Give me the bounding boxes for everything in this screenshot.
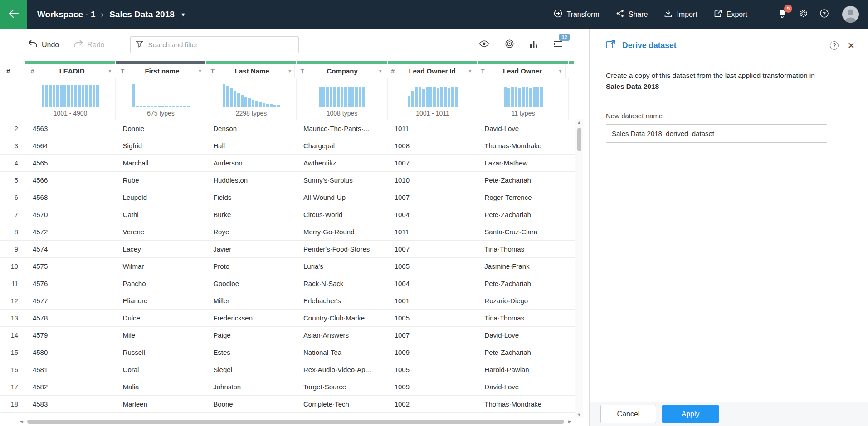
cell-leadid[interactable]: 4566 [25,172,116,189]
cell-first[interactable]: Mile [116,327,206,344]
column-header-ownerId[interactable]: #Lead Owner Id▾ [385,64,475,78]
column-header-leadid[interactable]: #LEADID▾ [25,64,115,78]
cell-last[interactable]: Miller [206,292,296,309]
cell-leadid[interactable]: 4576 [25,275,116,292]
cell-last[interactable]: Paige [206,327,296,344]
scroll-right-icon[interactable]: ▶ [568,418,571,425]
cell-leadid[interactable]: 4577 [25,292,116,309]
cell-first[interactable]: Lacey [116,241,206,257]
cell-company[interactable]: Circus·World [296,206,387,223]
export-button[interactable]: Export [714,9,747,19]
vertical-scrollbar[interactable]: ▲ ▼ [575,119,583,418]
cell-leadid[interactable]: 4581 [25,361,116,378]
column-menu-caret-icon[interactable]: ▾ [469,68,471,73]
settings-button[interactable] [799,9,808,20]
cell-company[interactable]: Asian·Answers [296,327,387,344]
column-histogram-company[interactable]: 1008 types [297,78,388,120]
cell-ownerId[interactable]: 1011 [387,223,478,240]
cell-owner[interactable]: Thomas·Mondrake [477,396,568,412]
column-menu-caret-icon[interactable]: ▾ [109,68,111,73]
column-menu-caret-icon[interactable]: ▾ [379,68,381,73]
cell-first[interactable]: Leupold [116,189,206,206]
cell-last[interactable]: Estes [206,344,296,361]
cell-leadid[interactable]: 4579 [25,327,116,344]
cell-last[interactable]: Hall [206,137,296,154]
cell-leadid[interactable]: 4575 [25,258,116,275]
cell-last[interactable]: Burke [206,206,296,223]
cell-owner[interactable]: Lazar·Mathew [477,155,568,171]
cell-company[interactable]: Rack·N·Sack [296,275,387,292]
cell-leadid[interactable]: 4578 [25,310,116,326]
cell-first[interactable]: Malia [116,378,206,395]
horizontal-scrollbar[interactable]: ◀ ▶ [20,418,571,426]
cell-ownerId[interactable]: 1007 [387,327,478,344]
cell-leadid[interactable]: 4574 [25,241,116,257]
cell-owner[interactable]: Pete·Zachariah [477,206,568,223]
cell-owner[interactable]: Santa·Cruz·Clara [477,223,568,240]
cell-first[interactable]: Sigfrid [116,137,206,154]
cell-ownerId[interactable]: 1005 [387,310,478,326]
cell-company[interactable]: Luria's [296,258,387,275]
cell-company[interactable]: Complete·Tech [296,396,387,412]
cell-first[interactable]: Elianore [116,292,206,309]
notifications-button[interactable]: 9 [777,9,787,20]
cell-leadid[interactable]: 4583 [25,396,116,412]
cell-owner[interactable]: Harold·Pawlan [477,361,568,378]
cell-first[interactable]: Pancho [116,275,206,292]
cell-leadid[interactable]: 4572 [25,223,116,240]
column-header-owner[interactable]: TLead Owner▾ [475,64,566,78]
cell-last[interactable]: Fredericksen [206,310,296,326]
cell-leadid[interactable]: 4564 [25,137,116,154]
cell-ownerId[interactable]: 1009 [387,344,478,361]
horizontal-scroll-thumb[interactable] [27,420,564,424]
cell-leadid[interactable]: 4580 [25,344,116,361]
cell-owner[interactable]: Rozario·Diego [477,292,568,309]
cell-owner[interactable]: Pete·Zachariah [477,344,568,361]
cell-ownerId[interactable]: 1005 [387,258,478,275]
cell-last[interactable]: Javier [206,241,296,257]
cell-last[interactable]: Roye [206,223,296,240]
cell-first[interactable]: Donnie [116,120,206,137]
cell-ownerId[interactable]: 1005 [387,361,478,378]
cell-owner[interactable]: Tina·Thomas [477,310,568,326]
cell-company[interactable]: Country·Club·Marke... [296,310,387,326]
filter-funnel-icon[interactable] [136,40,143,49]
column-menu-caret-icon[interactable]: ▾ [288,68,291,73]
user-avatar[interactable] [842,6,859,23]
cell-first[interactable]: Wilmar [116,258,206,275]
cell-ownerId[interactable]: 1004 [387,275,478,292]
cell-leadid[interactable]: 4563 [25,120,116,137]
cell-first[interactable]: Coral [116,361,206,378]
share-button[interactable]: Share [616,9,648,19]
cell-first[interactable]: Rube [116,172,206,189]
undo-button[interactable]: Undo [28,40,59,49]
back-button[interactable] [0,0,27,29]
cell-last[interactable]: Denson [206,120,296,137]
redo-button[interactable]: Redo [73,40,104,49]
apply-button[interactable]: Apply [662,405,719,423]
cell-last[interactable]: Proto [206,258,296,275]
cell-last[interactable]: Johnston [206,378,296,395]
cell-last[interactable]: Goodloe [206,275,296,292]
cell-ownerId[interactable]: 1008 [387,137,478,154]
cell-owner[interactable]: Thomas·Mondrake [477,137,568,154]
dataset-menu-caret-icon[interactable]: ▾ [182,11,185,18]
cell-company[interactable]: Sunny's·Surplus [296,172,387,189]
scroll-up-icon[interactable]: ▲ [577,119,581,126]
cell-company[interactable]: Awthentikz [296,155,387,171]
column-header-first[interactable]: TFirst name▾ [115,64,205,78]
column-histogram-owner[interactable]: 11 types [478,78,569,120]
column-histogram-first[interactable]: 675 types [116,78,206,120]
preview-eye-button[interactable] [479,40,489,49]
cell-company[interactable]: Maurice·The·Pants·... [296,120,387,137]
column-menu-caret-icon[interactable]: ▾ [559,68,561,73]
cell-last[interactable]: Huddleston [206,172,296,189]
scroll-left-icon[interactable]: ◀ [20,418,23,425]
panel-close-icon[interactable]: × [848,41,854,50]
column-stats-button[interactable] [530,40,538,50]
cell-last[interactable]: Fields [206,189,296,206]
cell-ownerId[interactable]: 1011 [387,120,478,137]
cell-first[interactable]: Dulce [116,310,206,326]
cell-first[interactable]: Marchall [116,155,206,171]
applied-steps-button[interactable]: 12 [553,40,563,50]
